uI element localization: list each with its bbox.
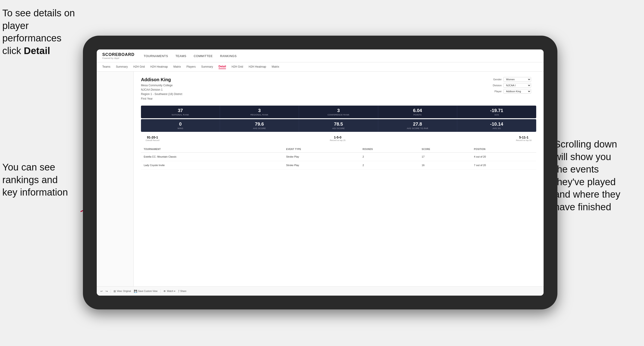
stat-cell-r2-1: 79.6Avg Score (220, 119, 299, 132)
stat-cell-r1-0: 37National Rank (141, 106, 220, 118)
stat-value-r1-4: -19.71 (461, 108, 532, 113)
undo-icon: ↩ (100, 290, 103, 293)
subnav-matrix2[interactable]: Matrix (272, 65, 280, 69)
table-row[interactable]: Estella CC- Mountain Classic Stroke Play… (141, 152, 536, 161)
toolbar-divider-1 (110, 289, 111, 293)
subnav-summary[interactable]: Summary (116, 65, 128, 69)
stat-cell-r2-0: 0Wins (141, 119, 220, 132)
subnav-h2h-grid2[interactable]: H2H Grid (232, 65, 243, 69)
player-region: Region 1 - Southwest (18) District (141, 92, 182, 96)
stat-cell-r2-4: -10.14Avg SG (457, 119, 536, 132)
annotation-br-line5: and where they (554, 189, 620, 200)
gender-select[interactable]: Women Men (504, 77, 531, 82)
record-label-2: Record vs top 50 (516, 139, 532, 142)
player-info: Addison King Mesa Community College NJCA… (141, 77, 182, 101)
gender-filter-row: Gender Women Men (490, 77, 536, 82)
annotation-br-line2: will show you (554, 151, 611, 162)
toolbar-view-original[interactable]: ⊞ View: Original (114, 290, 131, 293)
record-value-0: 91-20-1 (146, 136, 160, 139)
subnav-h2h-grid[interactable]: H2H Grid (133, 65, 145, 69)
cell-event-type-1: Stroke Play (283, 161, 360, 169)
stat-cell-r1-4: -19.71SoS (457, 106, 536, 118)
logo-title: SCOREBOARD (102, 52, 134, 57)
annotation-tl-line3-prefix: click (2, 45, 24, 56)
stat-label-r2-1: Avg Score (224, 127, 295, 130)
toolbar-view-label: View: Original (117, 290, 131, 292)
cell-score-0: 17 (419, 152, 471, 161)
stat-value-r2-1: 79.6 (224, 122, 295, 127)
tournament-table: Tournament Event Type Rounds Score Posit… (141, 146, 536, 170)
cell-event-type-0: Stroke Play (283, 152, 360, 161)
player-school: Mesa Community College (141, 83, 182, 88)
stat-cell-r2-2: 78.5Adj Score (299, 119, 378, 132)
table-row[interactable]: Lady Coyote Invite Stroke Play 2 16 7 ou… (141, 161, 536, 169)
toolbar-share-label: Share (180, 290, 186, 292)
player-filter-row: Player Addison King (490, 89, 536, 94)
record-item-0: 91-20-1Overall Record (146, 136, 160, 142)
annotation-br-line6: have finished (554, 201, 611, 212)
subnav-h2h-heatmap[interactable]: H2H Heatmap (150, 65, 168, 69)
division-label: Division (490, 84, 502, 87)
division-select[interactable]: NJCAA I NJCAA II (504, 83, 531, 88)
stat-value-r2-0: 0 (145, 122, 216, 127)
stat-value-r2-3: 27.8 (382, 122, 453, 127)
share-icon: ⤴ (178, 290, 180, 293)
cell-tournament-1: Lady Coyote Invite (141, 161, 283, 169)
subnav-h2h-heatmap2[interactable]: H2H Heatmap (248, 65, 266, 69)
cell-position-1: 7 out of 20 (471, 161, 536, 169)
scoreboard-logo: SCOREBOARD Powered by clippd (102, 52, 134, 59)
annotation-bl-line3: key information (2, 187, 68, 198)
stat-label-r1-0: National Rank (145, 114, 216, 116)
stat-label-r1-1: Regional Rank (224, 114, 295, 116)
stat-value-r2-2: 78.5 (303, 122, 374, 127)
toolbar-save-label: Save Custom View (138, 290, 158, 292)
toolbar-undo[interactable]: ↩ (100, 290, 103, 293)
record-value-2: 5-11-1 (516, 136, 532, 139)
cell-position-0: 4 out of 20 (471, 152, 536, 161)
stats-row-2: 0Wins79.6Avg Score78.5Adj Score27.8Avg S… (141, 119, 536, 132)
stat-label-r1-2: Conference Rank (303, 114, 374, 116)
toolbar-redo[interactable]: ↪ (106, 290, 108, 293)
stat-value-r1-1: 3 (224, 108, 295, 113)
stat-label-r2-4: Avg SG (461, 127, 532, 130)
redo-icon: ↪ (106, 290, 108, 293)
annotation-bl-line1: You can see (2, 162, 55, 173)
stat-cell-r1-2: 3Conference Rank (299, 106, 378, 118)
subnav-matrix[interactable]: Matrix (174, 65, 181, 69)
stat-cell-r2-3: 27.8Avg Score to Par (378, 119, 457, 132)
col-event-type: Event Type (283, 146, 360, 153)
col-position: Position (471, 146, 536, 153)
cell-score-1: 16 (419, 161, 471, 169)
nav-bar: SCOREBOARD Powered by clippd TOURNAMENTS… (97, 49, 544, 62)
division-filter-row: Division NJCAA I NJCAA II (490, 83, 536, 88)
save-icon: 💾 (134, 290, 137, 293)
cell-tournament-0: Estella CC- Mountain Classic (141, 152, 283, 161)
player-name: Addison King (141, 77, 182, 82)
record-item-1: 1-5-0Record vs top 25 (330, 136, 346, 142)
toolbar-watch[interactable]: 👁 Watch ▾ (163, 290, 175, 293)
stat-value-r1-0: 37 (145, 108, 216, 113)
stat-label-r1-3: Points (382, 114, 453, 116)
tablet-frame: SCOREBOARD Powered by clippd TOURNAMENTS… (83, 36, 558, 309)
toolbar-share[interactable]: ⤴ Share (178, 290, 186, 293)
player-select[interactable]: Addison King (504, 89, 531, 94)
nav-teams[interactable]: TEAMS (176, 54, 186, 58)
nav-rankings[interactable]: RANKINGS (220, 54, 236, 58)
main-content: Addison King Mesa Community College NJCA… (134, 72, 544, 286)
nav-committee[interactable]: COMMITTEE (194, 54, 213, 58)
records-row: 91-20-1Overall Record1-5-0Record vs top … (141, 136, 536, 142)
subnav-detail[interactable]: Detail (218, 65, 226, 69)
bottom-toolbar: ↩ ↪ ⊞ View: Original 💾 Save Custom View … (97, 286, 544, 296)
subnav-summary2[interactable]: Summary (201, 65, 213, 69)
stat-value-r1-3: 6.04 (382, 108, 453, 113)
cell-rounds-1: 2 (360, 161, 419, 169)
toolbar-save-custom[interactable]: 💾 Save Custom View (134, 290, 158, 293)
subnav-teams[interactable]: Teams (102, 65, 110, 69)
nav-tournaments[interactable]: TOURNAMENTS (144, 54, 168, 58)
table-body: Estella CC- Mountain Classic Stroke Play… (141, 152, 536, 169)
subnav-players[interactable]: Players (186, 65, 196, 69)
annotation-tl-line2: player performances (2, 20, 62, 44)
left-sidebar (97, 72, 134, 286)
sub-nav: Teams Summary H2H Grid H2H Heatmap Matri… (97, 62, 544, 72)
annotation-tl-detail: Detail (24, 45, 50, 56)
